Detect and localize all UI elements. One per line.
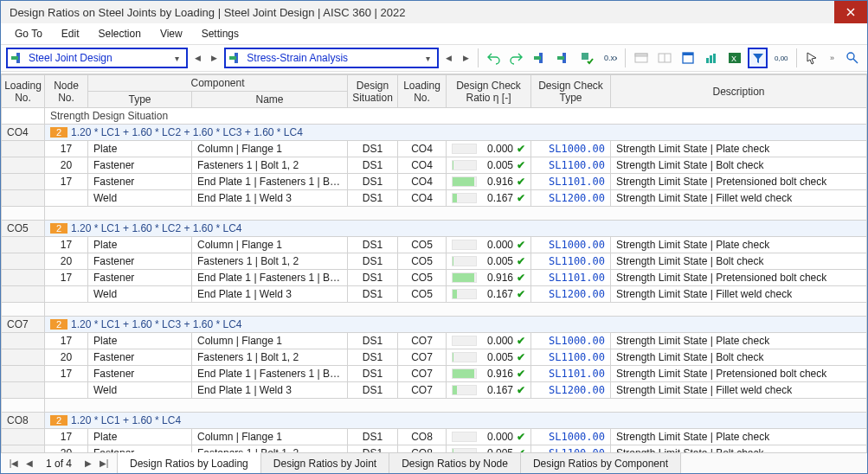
combo-analysis-type[interactable]: Stress-Strain Analysis ▾	[224, 48, 439, 68]
close-button[interactable]	[834, 1, 867, 23]
table-row[interactable]: 17 Fastener End Plate 1 | Fasteners 1 | …	[2, 366, 867, 382]
title-bar: Design Ratios on Steel Joints by Loading…	[1, 1, 867, 23]
col-loading-no-2[interactable]: LoadingNo.	[398, 75, 447, 108]
svg-text:X: X	[731, 54, 736, 63]
table-row[interactable]: 20 Fastener Fasteners 1 | Bolt 1, 2 DS1 …	[2, 349, 867, 366]
tool-filter[interactable]	[748, 48, 768, 68]
group-header-row[interactable]: CO4 21.20 * LC1 + 1.60 * LC2 + 1.60 * LC…	[2, 125, 867, 141]
table-row[interactable]: Weld End Plate 1 | Weld 3 DS1 CO4 0.167 …	[2, 190, 867, 207]
separator	[478, 48, 479, 67]
tab-by-loading[interactable]: Design Ratios by Loading	[118, 452, 261, 473]
svg-rect-10	[713, 54, 716, 63]
section-row: Strength Design Situation	[2, 108, 867, 125]
tool-export-excel[interactable]: X	[724, 48, 744, 68]
col-node-no[interactable]: NodeNo.	[45, 75, 88, 108]
check-ok-icon: ✔	[517, 192, 525, 204]
table-row[interactable]: 20 Fastener Fasteners 1 | Bolt 1, 2 DS1 …	[2, 445, 867, 453]
chevron-down-icon: ▾	[422, 54, 434, 63]
footer: |◀ ◀ 1 of 4 ▶ ▶| Design Ratios by Loadin…	[1, 452, 867, 473]
group-header-row[interactable]: CO7 21.20 * LC1 + 1.60 * LC3 + 1.60 * LC…	[2, 317, 867, 333]
nav-next-1[interactable]: ▶	[208, 48, 221, 67]
table-row[interactable]: 17 Plate Column | Flange 1 DS1 CO8 0.000…	[2, 429, 867, 445]
pager-last[interactable]: ▶|	[98, 458, 110, 468]
gap-row	[2, 303, 867, 317]
col-name[interactable]: Name	[192, 92, 348, 108]
pager-first[interactable]: |◀	[8, 458, 20, 468]
table-row[interactable]: 17 Plate Column | Flange 1 DS1 CO5 0.000…	[2, 237, 867, 253]
nav-next-2[interactable]: ▶	[460, 48, 473, 67]
menu-edit[interactable]: Edit	[53, 26, 88, 42]
col-check-type[interactable]: Design CheckType	[531, 75, 611, 108]
tool-precision[interactable]: 0.xx	[600, 48, 620, 68]
group-header-row[interactable]: CO5 21.20 * LC1 + 1.60 * LC2 + 1.60 * LC…	[2, 221, 867, 237]
pointer-icon	[805, 51, 819, 65]
toolbar: Steel Joint Design ▾ ◀ ▶ Stress-Strain A…	[1, 44, 867, 72]
check-ok-icon: ✔	[517, 384, 525, 396]
tool-undo[interactable]	[484, 48, 504, 68]
col-description[interactable]: Description	[611, 75, 867, 108]
col-design-situation[interactable]: DesignSituation	[348, 75, 398, 108]
table-header: LoadingNo. NodeNo. Component DesignSitua…	[2, 75, 867, 108]
col-loading-no[interactable]: LoadingNo.	[2, 75, 45, 108]
chart-icon	[704, 51, 718, 65]
group-header-row[interactable]: CO8 21.20 * LC1 + 1.60 * LC4	[2, 413, 867, 429]
filter-icon	[751, 51, 765, 65]
panel-split-icon	[658, 51, 672, 65]
table-row[interactable]: 17 Fastener End Plate 1 | Fasteners 1 | …	[2, 174, 867, 190]
pager-prev[interactable]: ◀	[23, 458, 35, 468]
tool-window[interactable]	[678, 48, 698, 68]
combo-design-module[interactable]: Steel Joint Design ▾	[6, 48, 188, 68]
joint-check-icon	[580, 51, 594, 65]
pager-next[interactable]: ▶	[82, 458, 94, 468]
tool-panel-a[interactable]	[631, 48, 651, 68]
svg-rect-0	[582, 53, 588, 60]
tool-redo[interactable]	[507, 48, 527, 68]
table-row[interactable]: 17 Fastener End Plate 1 | Fasteners 1 | …	[2, 270, 867, 286]
nav-prev-1[interactable]: ◀	[191, 48, 204, 67]
svg-rect-8	[706, 58, 709, 63]
menu-view[interactable]: View	[151, 26, 191, 42]
menu-goto[interactable]: Go To	[6, 26, 51, 42]
table-row[interactable]: Weld End Plate 1 | Weld 3 DS1 CO5 0.167 …	[2, 286, 867, 303]
nav-prev-2[interactable]: ◀	[442, 48, 455, 67]
svg-text:0,00: 0,00	[775, 54, 788, 62]
svg-line-15	[853, 59, 858, 63]
check-ok-icon: ✔	[517, 255, 525, 267]
tool-units[interactable]: 0,00	[771, 48, 791, 68]
tab-by-joint[interactable]: Design Ratios by Joint	[261, 453, 389, 473]
table-row[interactable]: 20 Fastener Fasteners 1 | Bolt 1, 2 DS1 …	[2, 253, 867, 270]
check-ok-icon: ✔	[517, 431, 525, 443]
tool-chart[interactable]	[701, 48, 721, 68]
table-row[interactable]: 17 Plate Column | Flange 1 DS1 CO4 0.000…	[2, 141, 867, 157]
menu-bar: Go To Edit Selection View Settings	[1, 23, 867, 44]
tool-find[interactable]	[842, 48, 862, 68]
tab-by-node[interactable]: Design Ratios by Node	[389, 453, 521, 473]
table-row[interactable]: 17 Plate Column | Flange 1 DS1 CO7 0.000…	[2, 333, 867, 349]
table-row[interactable]: 20 Fastener Fasteners 1 | Bolt 1, 2 DS1 …	[2, 157, 867, 174]
svg-point-14	[847, 53, 854, 60]
menu-settings[interactable]: Settings	[193, 26, 248, 42]
undo-icon	[486, 51, 500, 65]
col-ratio[interactable]: Design CheckRatio η [-]	[447, 75, 531, 108]
joint-icon	[534, 53, 546, 63]
redo-icon	[510, 51, 524, 65]
tool-joint-b[interactable]	[554, 48, 574, 68]
col-component-group[interactable]: Component	[88, 75, 348, 92]
menu-selection[interactable]: Selection	[90, 26, 150, 42]
results-table[interactable]: LoadingNo. NodeNo. Component DesignSitua…	[1, 74, 867, 452]
tool-pointer[interactable]	[802, 48, 822, 68]
units-icon: 0,00	[775, 51, 788, 65]
svg-text:0.xx: 0.xx	[604, 54, 617, 62]
gap-row	[2, 207, 867, 221]
tab-by-component[interactable]: Design Ratios by Component	[521, 453, 681, 473]
check-ok-icon: ✔	[517, 176, 525, 188]
tool-panel-b[interactable]	[654, 48, 674, 68]
check-ok-icon: ✔	[517, 239, 525, 251]
toolbar-overflow[interactable]: »	[826, 48, 839, 67]
table-row[interactable]: Weld End Plate 1 | Weld 3 DS1 CO7 0.167 …	[2, 382, 867, 399]
check-ok-icon: ✔	[517, 288, 525, 300]
col-type[interactable]: Type	[88, 92, 192, 108]
tool-joint-check[interactable]	[576, 48, 596, 68]
check-ok-icon: ✔	[517, 351, 525, 363]
tool-joint-a[interactable]	[530, 48, 550, 68]
